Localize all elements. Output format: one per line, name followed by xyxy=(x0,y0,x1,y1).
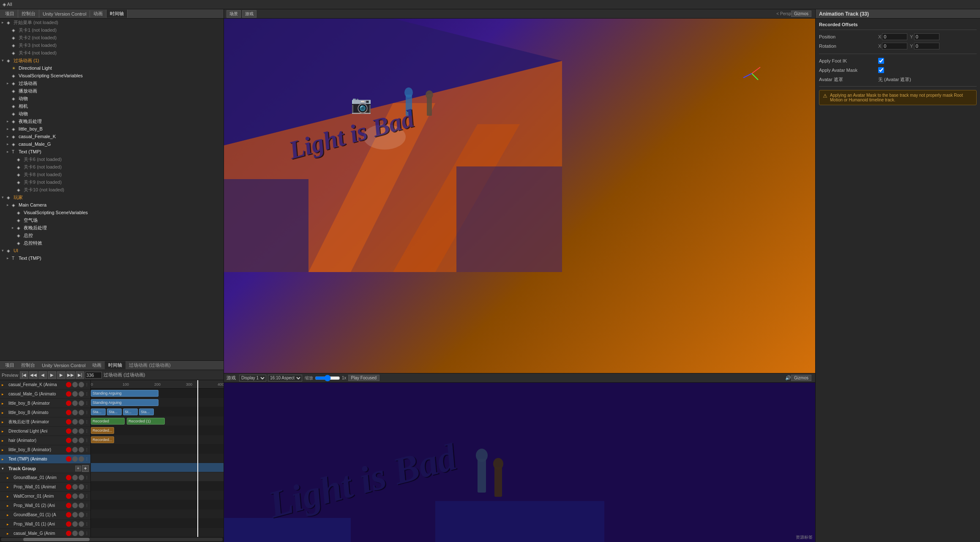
tab-project[interactable]: 项目 xyxy=(2,10,18,18)
clip-standing-arguing-f[interactable]: Standing Arguing xyxy=(91,390,158,397)
track-lock[interactable] xyxy=(79,512,84,517)
track-record[interactable] xyxy=(66,419,71,425)
clip-sta3[interactable]: Sta... xyxy=(139,409,154,415)
clip-standing-arguing-m[interactable]: Standing Arguing xyxy=(91,399,158,406)
btn-prev-key[interactable]: ◀◀ xyxy=(29,371,38,379)
clip-recorded-light[interactable]: Recorded... xyxy=(91,436,114,443)
aspect-select[interactable]: 16:10 Aspect xyxy=(268,375,302,381)
btn-gizmos-scene[interactable]: Gizmos xyxy=(791,11,811,17)
hier-item-maincamera[interactable]: ▸ ◈ Main Camera xyxy=(0,201,224,209)
track-record[interactable] xyxy=(66,438,71,443)
btn-play-start[interactable]: |◀ xyxy=(20,371,28,379)
track-more[interactable]: ⋮ xyxy=(85,522,89,526)
track-mute[interactable] xyxy=(72,475,78,480)
hier-item-vs2[interactable]: ◈ VisualScripting SceneVariables xyxy=(0,209,224,216)
track-texttmp[interactable]: ▸ Text (TMP) (Animato ⋮ xyxy=(0,455,90,464)
hier-item-postprocess[interactable]: ▸ ◈ 夜晚后处理 xyxy=(0,117,224,125)
track-lock[interactable] xyxy=(79,447,84,452)
scene-canvas[interactable]: 📷 Light is Bad xyxy=(224,19,815,373)
track-more[interactable]: ⋮ xyxy=(85,531,89,536)
btn-next-key[interactable]: ▶▶ xyxy=(66,371,75,379)
track-record[interactable] xyxy=(66,410,71,415)
tab-project2[interactable]: 项目 xyxy=(2,361,18,369)
hier-item-guochang[interactable]: ▸ ◈ 过场动画 xyxy=(0,79,224,87)
clip-recorded-night[interactable]: Recorded... xyxy=(91,427,114,434)
hier-item-level3[interactable]: ◈ 关卡3 (not loaded) xyxy=(0,41,224,49)
track-mute[interactable] xyxy=(72,382,78,387)
rot-x-input[interactable] xyxy=(882,43,907,49)
scale-slider[interactable] xyxy=(315,375,340,381)
track-lock[interactable] xyxy=(79,410,84,415)
hier-item-playani[interactable]: ◈ 播放动画 xyxy=(0,87,224,95)
hier-item-uitext[interactable]: ▸ T Text (TMP) xyxy=(0,254,224,262)
track-propwall2[interactable]: ▸ Prop_Wall_01 (2) (Ani ⋮ xyxy=(0,501,90,510)
track-mute[interactable] xyxy=(72,531,78,536)
hier-item-ui[interactable]: ▾ ◈ UI xyxy=(0,247,224,254)
track-casualmale[interactable]: ▸ casual_Male_G (Animato ⋮ xyxy=(0,389,90,399)
track-record[interactable] xyxy=(66,484,71,490)
rot-y-input[interactable] xyxy=(914,43,939,49)
track-littleboy2[interactable]: ▸ little_boy_B (Animato ⋮ xyxy=(0,408,90,417)
group-options[interactable]: + xyxy=(82,465,89,472)
track-mute[interactable] xyxy=(72,503,78,508)
tab-timeline[interactable]: 时间轴 xyxy=(106,10,128,18)
btn-play-focused[interactable]: Play Focused xyxy=(348,375,380,381)
btn-prev-frame[interactable]: ◀ xyxy=(38,371,47,379)
track-mute[interactable] xyxy=(72,447,78,452)
btn-play[interactable]: ▶ xyxy=(48,371,56,379)
hier-item-littleboy[interactable]: ▸ ◈ little_boy_B xyxy=(0,125,224,133)
hier-item-camera[interactable]: ◈ 相机 xyxy=(0,102,224,110)
hier-item-animal2[interactable]: ◈ 动物 xyxy=(0,110,224,117)
track-lock[interactable] xyxy=(79,391,84,397)
track-lock[interactable] xyxy=(79,484,84,490)
hier-item-cutscene[interactable]: ▾ ◈ 过场动画 (1) xyxy=(0,57,224,64)
tab-timeline2[interactable]: 时间轴 xyxy=(105,361,126,369)
track-record[interactable] xyxy=(66,400,71,406)
track-more[interactable]: ⋮ xyxy=(85,457,89,461)
clip-recorded1[interactable]: Recorded xyxy=(91,418,125,425)
tab-console2[interactable]: 控制台 xyxy=(18,361,38,369)
frame-input[interactable] xyxy=(85,372,102,379)
group-add-track[interactable]: + xyxy=(75,466,81,471)
btn-scene[interactable]: 场景 xyxy=(227,10,241,18)
scrollbar-thumb[interactable] xyxy=(23,538,90,541)
track-propwall1[interactable]: ▸ Prop_Wall_01 (Animat ⋮ xyxy=(0,482,90,492)
track-more[interactable]: ⋮ xyxy=(85,476,89,480)
track-lock[interactable] xyxy=(79,503,84,508)
track-lock[interactable] xyxy=(79,493,84,499)
scrollbar-track[interactable] xyxy=(1,538,223,541)
track-lock[interactable] xyxy=(79,400,84,406)
tab-vcs[interactable]: Unity Version Control xyxy=(39,11,90,17)
hier-item-level10[interactable]: ◈ 关卡10 (not loaded) xyxy=(0,186,224,193)
clip-recorded2[interactable]: Recorded (1) xyxy=(127,418,165,425)
track-more[interactable]: ⋮ xyxy=(85,485,89,489)
clip-sta2[interactable]: Sta... xyxy=(107,409,122,415)
track-mute[interactable] xyxy=(72,521,78,527)
hier-item-texttmp[interactable]: ▸ T Text (TMP) xyxy=(0,148,224,155)
track-record[interactable] xyxy=(66,475,71,480)
btn-game[interactable]: 游戏 xyxy=(242,10,257,18)
track-record[interactable] xyxy=(66,512,71,517)
tab-animation[interactable]: 动画 xyxy=(90,10,106,18)
track-more[interactable]: ⋮ xyxy=(85,420,89,424)
apply-footik-checkbox[interactable] xyxy=(878,58,884,64)
track-littleboy1[interactable]: ▸ little_boy_B (Animator ⋮ xyxy=(0,399,90,408)
hier-item-zongkongfx[interactable]: ◈ 总控特效 xyxy=(0,239,224,247)
track-more[interactable]: ⋮ xyxy=(85,429,89,433)
track-lock[interactable] xyxy=(79,428,84,434)
track-groundbase2[interactable]: ▸ GroundBase_01 (1) (A ⋮ xyxy=(0,510,90,520)
track-mute[interactable] xyxy=(72,391,78,397)
hier-item-level6a[interactable]: ◈ 关卡6 (not loaded) xyxy=(0,155,224,163)
hier-item-vs[interactable]: ◈ VisualScripting SceneVariables xyxy=(0,72,224,79)
track-record[interactable] xyxy=(66,447,71,452)
tab-vcs2[interactable]: Unity Version Control xyxy=(38,362,89,369)
track-mute[interactable] xyxy=(72,493,78,499)
display-select[interactable]: Display 1 xyxy=(239,375,266,381)
track-more[interactable]: ⋮ xyxy=(85,504,89,508)
hier-item-kaishicaidan[interactable]: ▸ ◈ 开始菜单 (not loaded) xyxy=(0,19,224,26)
track-record[interactable] xyxy=(66,391,71,397)
track-more[interactable]: ⋮ xyxy=(85,383,89,387)
game-canvas[interactable]: Light is Bad 资源标签 xyxy=(224,383,815,542)
track-groundbase[interactable]: ▸ GroundBase_01 (Anim ⋮ xyxy=(0,473,90,482)
hier-item-level6b[interactable]: ◈ 关卡6 (not loaded) xyxy=(0,163,224,171)
